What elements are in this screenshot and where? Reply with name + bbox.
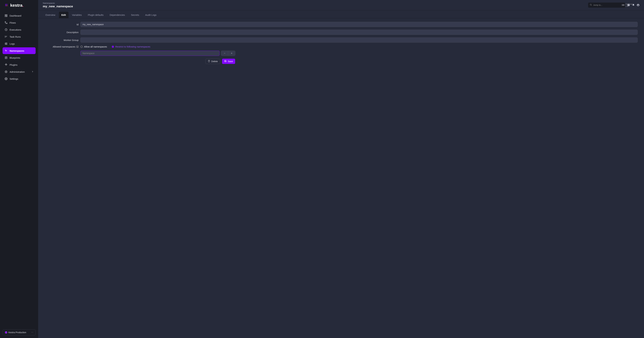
nav-label: Namespaces [10,49,24,52]
svg-point-22 [638,4,638,5]
namespaces-icon [4,49,8,52]
tab-overview[interactable]: Overview [43,12,58,18]
swap-icon [31,331,33,334]
svg-rect-2 [5,5,6,6]
svg-text:?: ? [628,4,629,6]
form-row-worker-group: Worker Group [45,37,638,43]
nav-label: Plugins [10,63,18,66]
instance-selector[interactable]: Kestra Production [2,330,36,336]
nav-label: Flows [10,21,16,24]
main: Namespaces my_new_namespace ⌨ Ctrl/Cmd +… [38,0,644,338]
worker-group-input[interactable] [80,37,638,43]
chevron-right-icon [32,70,34,73]
id-input[interactable] [80,22,638,27]
sidebar-item-blueprints[interactable]: Blueprints [2,54,36,61]
settings-icon [4,77,8,80]
header: Namespaces my_new_namespace ⌨ Ctrl/Cmd +… [38,0,644,10]
sidebar-item-flows[interactable]: Flows [2,19,36,26]
sidebar-item-administration[interactable]: Administration [2,68,36,75]
help-icon[interactable]: ? [627,4,630,6]
radio-allow-all[interactable]: Allow all namespaces [80,45,107,48]
radio-group: Allow all namespaces Restrict to followi… [80,45,150,48]
taskruns-icon [4,35,8,38]
logo[interactable]: kestra. [0,0,38,11]
tab-edit[interactable]: Edit [59,12,68,18]
user-icon[interactable] [637,4,640,6]
breadcrumb[interactable]: Namespaces [43,2,588,4]
sidebar-item-namespaces[interactable]: Namespaces [2,47,36,54]
svg-rect-1 [6,4,8,5]
svg-rect-8 [5,21,6,22]
tab-variables[interactable]: Variables [70,12,84,18]
nav-label: Dashboard [10,14,21,17]
tab-secrets[interactable]: Secrets [128,12,142,18]
namespace-btn-group [221,51,235,56]
svg-rect-0 [5,4,6,5]
search-box[interactable]: ⌨ Ctrl/Cmd + K [588,2,625,8]
administration-icon [4,70,8,73]
svg-rect-11 [6,43,7,43]
description-label: Description [45,31,78,34]
instance-name: Kestra Production [8,331,26,334]
shortcut-hint: ⌨ Ctrl/Cmd + K [621,3,632,7]
svg-rect-7 [6,16,7,17]
nav-items: Dashboard Flows Executions Task Runs Log… [0,11,38,327]
svg-point-18 [590,4,591,5]
description-input[interactable] [80,30,638,35]
tab-dependencies[interactable]: Dependencies [107,12,128,18]
bell-icon[interactable] [632,4,635,6]
svg-rect-9 [6,23,7,24]
svg-point-15 [5,71,7,73]
executions-icon [4,28,8,31]
svg-rect-6 [5,16,6,17]
sidebar-footer: Kestra Production [0,327,38,338]
sidebar-item-executions[interactable]: Executions [2,26,36,33]
search-input[interactable] [593,4,620,6]
search-icon [590,4,592,6]
instance-dot-icon [5,331,7,334]
tab-audit-logs[interactable]: Audit Logs [142,12,159,18]
namespace-input[interactable] [80,51,220,56]
svg-point-17 [6,78,6,79]
nav-label: Settings [10,77,18,80]
form-row-allowed-namespaces: Allowed namespaces ? Allow all namespace… [45,45,638,48]
trash-icon [208,60,210,63]
content: Id Description Worker Group Allowed name… [38,18,644,338]
nav-label: Task Runs [10,35,21,38]
tab-plugin-defaults[interactable]: Plugin defaults [85,12,106,18]
nav-label: Logs [10,42,15,45]
svg-point-16 [6,71,6,72]
svg-rect-5 [6,14,7,15]
sidebar-item-plugins[interactable]: Plugins [2,61,36,68]
radio-restrict[interactable]: Restrict to following namespaces [112,45,150,48]
sidebar: kestra. Dashboard Flows Executions Task [0,0,38,338]
sidebar-item-logs[interactable]: Logs [2,40,36,47]
id-label: Id [45,23,78,26]
flows-icon [4,21,8,24]
dashboard-icon [4,14,8,17]
add-namespace-button[interactable] [228,51,235,56]
namespace-input-row [80,51,638,56]
breadcrumb-section: Namespaces my_new_namespace [43,2,588,8]
remove-namespace-button[interactable] [221,51,228,56]
nav-label: Administration [10,70,25,73]
sidebar-item-dashboard[interactable]: Dashboard [2,12,36,19]
delete-button[interactable]: Delete [206,59,220,64]
form-row-id: Id [45,22,638,27]
help-tooltip-icon[interactable]: ? [76,46,78,48]
sidebar-item-taskruns[interactable]: Task Runs [2,33,36,40]
logo-icon [4,3,9,8]
tabs: Overview Edit Variables Plugin defaults … [38,12,644,18]
svg-rect-4 [5,14,6,15]
worker-group-label: Worker Group [45,39,78,41]
nav-label: Blueprints [10,56,20,59]
nav-label: Executions [10,28,21,31]
logs-icon [4,42,8,45]
header-actions: ⌨ Ctrl/Cmd + K ? [588,2,640,8]
svg-rect-12 [6,44,7,44]
radio-icon [112,46,114,48]
sidebar-item-settings[interactable]: Settings [2,75,36,82]
save-button[interactable]: Save [222,59,235,64]
keyboard-icon: ⌨ [621,4,625,6]
svg-rect-13 [6,50,6,51]
